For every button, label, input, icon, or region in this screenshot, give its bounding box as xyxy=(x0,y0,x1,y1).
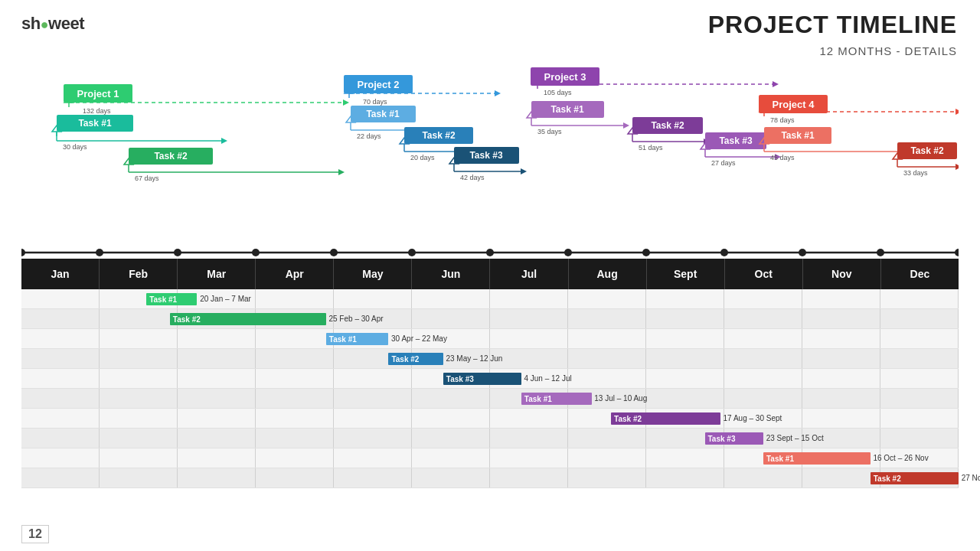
schedule-row: Task #116 Oct – 26 Nov xyxy=(21,448,959,468)
schedule-cell xyxy=(21,389,100,408)
schedule-cell xyxy=(334,468,412,487)
schedule-cell xyxy=(412,309,490,328)
diagram-svg: 132 days Project 1 Task #1 30 days Task … xyxy=(21,67,959,259)
schedule-cell xyxy=(568,369,646,388)
month-cell-apr: Apr xyxy=(256,259,334,289)
schedule-bar: Task #1 xyxy=(326,333,389,345)
schedule-bar: Task #3 xyxy=(705,432,764,445)
svg-text:132 days: 132 days xyxy=(83,107,111,115)
schedule-cell xyxy=(802,389,880,408)
schedule-date-label: 23 May – 12 Jun xyxy=(446,354,502,363)
schedule-cell xyxy=(880,429,959,448)
svg-point-4 xyxy=(252,249,260,256)
schedule-cell xyxy=(724,369,802,388)
schedule-row: Task #223 May – 12 Jun xyxy=(21,349,959,369)
schedule-bar: Task #2 xyxy=(611,412,720,425)
svg-text:Task #2: Task #2 xyxy=(651,120,684,131)
schedule-cell xyxy=(334,409,412,428)
schedule-cell xyxy=(178,329,256,348)
month-cell-jan: Jan xyxy=(21,259,100,289)
svg-point-1 xyxy=(21,249,25,256)
schedule-cell xyxy=(21,309,100,328)
svg-text:Task #2: Task #2 xyxy=(422,130,455,141)
schedule-cell xyxy=(568,289,646,308)
schedule-cell xyxy=(568,468,646,487)
schedule-cell xyxy=(880,369,959,388)
svg-marker-33 xyxy=(338,169,345,175)
svg-marker-37 xyxy=(495,90,501,96)
svg-marker-65 xyxy=(773,81,779,87)
schedule-cell xyxy=(178,429,256,448)
svg-text:20 days: 20 days xyxy=(410,154,435,161)
schedule-cell xyxy=(412,389,490,408)
schedule-date-label: 23 Sept – 15 Oct xyxy=(766,434,824,442)
schedule-date-label: 25 Feb – 30 Apr xyxy=(328,315,383,323)
diagram-area: 132 days Project 1 Task #1 30 days Task … xyxy=(21,67,959,259)
month-cell-feb: Feb xyxy=(100,259,178,289)
schedule-cell xyxy=(334,289,412,308)
schedule-cell xyxy=(256,369,334,388)
svg-text:Project 1: Project 1 xyxy=(77,88,119,99)
svg-point-6 xyxy=(408,249,416,256)
schedule-cell xyxy=(646,329,724,348)
schedule-cell xyxy=(646,468,724,487)
svg-text:Task #1: Task #1 xyxy=(78,118,111,129)
svg-point-9 xyxy=(642,249,650,256)
svg-text:35 days: 35 days xyxy=(537,128,562,135)
svg-point-13 xyxy=(955,249,959,256)
svg-marker-25 xyxy=(221,138,227,144)
svg-text:Task #1: Task #1 xyxy=(550,104,583,115)
svg-text:27 days: 27 days xyxy=(711,159,736,167)
schedule-cell xyxy=(802,289,880,308)
schedule-cell xyxy=(100,329,178,348)
svg-text:Project 3: Project 3 xyxy=(544,71,586,83)
schedule-cell xyxy=(178,448,256,468)
schedule-cell xyxy=(724,289,802,308)
schedule-cell xyxy=(802,329,880,348)
svg-marker-75 xyxy=(623,122,629,129)
svg-text:30 days: 30 days xyxy=(63,143,87,151)
schedule-cell xyxy=(880,349,959,368)
schedule-cell xyxy=(256,329,334,348)
schedule-cell xyxy=(490,289,568,308)
schedule-cell xyxy=(100,429,178,448)
schedule-bar: Task #2 xyxy=(170,313,326,325)
schedule-cell xyxy=(100,448,178,468)
month-cell-may: May xyxy=(334,259,412,289)
schedule-date-label: 13 Jul – 10 Aug xyxy=(594,394,647,403)
schedule-cell xyxy=(100,409,178,428)
svg-text:Project 2: Project 2 xyxy=(358,79,400,90)
schedule-cell xyxy=(334,389,412,408)
logo-leaf: ● xyxy=(41,17,48,32)
svg-text:67 days: 67 days xyxy=(135,174,159,182)
schedule-row: Task #227 Nov – 31 Dec xyxy=(21,468,959,488)
schedule-date-label: 27 Nov – 31 Dec xyxy=(962,474,980,482)
schedule-table: Task #120 Jan – 7 MarTask #225 Feb – 30 … xyxy=(21,289,959,523)
svg-text:Task #3: Task #3 xyxy=(719,135,752,146)
schedule-cell xyxy=(490,309,568,328)
schedule-cell xyxy=(256,429,334,448)
schedule-date-label: 30 Apr – 22 May xyxy=(391,334,447,343)
schedule-cell xyxy=(100,309,178,328)
schedule-cell xyxy=(100,389,178,408)
svg-point-8 xyxy=(564,249,572,256)
schedule-date-label: 20 Jan – 7 Mar xyxy=(200,295,251,303)
schedule-cell xyxy=(334,369,412,388)
svg-marker-61 xyxy=(521,168,527,174)
schedule-cell xyxy=(21,468,100,487)
month-header: JanFebMarAprMayJunJulAugSeptOctNovDec xyxy=(21,259,959,289)
month-cell-sept: Sept xyxy=(647,259,725,289)
schedule-cell xyxy=(880,409,959,428)
svg-point-11 xyxy=(799,249,806,256)
svg-text:Task #1: Task #1 xyxy=(781,130,814,141)
svg-text:51 days: 51 days xyxy=(639,144,663,152)
schedule-cell xyxy=(646,389,724,408)
month-cell-jul: Jul xyxy=(490,259,568,289)
page-number: 12 xyxy=(21,525,49,543)
svg-text:105 days: 105 days xyxy=(544,89,572,96)
schedule-row: Task #130 Apr – 22 May xyxy=(21,329,959,349)
schedule-cell xyxy=(802,309,880,328)
svg-text:78 days: 78 days xyxy=(770,116,795,124)
schedule-cell xyxy=(21,369,100,388)
schedule-cell xyxy=(490,468,568,487)
